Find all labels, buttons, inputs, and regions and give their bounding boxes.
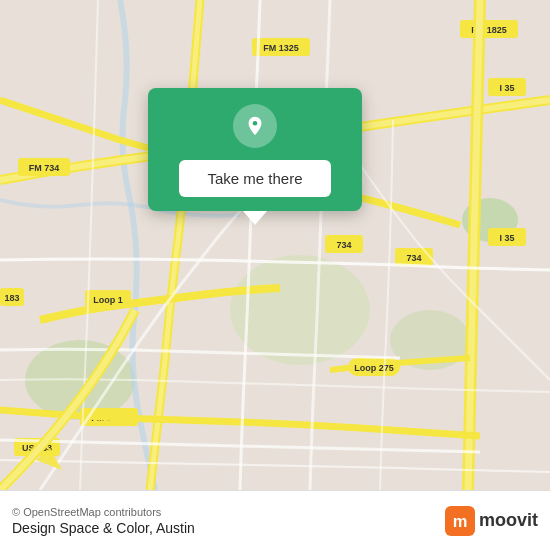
svg-text:734: 734	[406, 253, 421, 263]
location-pin-container	[233, 104, 277, 148]
svg-text:183: 183	[4, 293, 19, 303]
map-svg: FM 734 FM 1325 FM 1825 I 35 I 35 734 FM …	[0, 0, 550, 490]
location-name: Design Space & Color, Austin	[12, 520, 195, 536]
bottom-left: © OpenStreetMap contributors Design Spac…	[12, 506, 195, 536]
osm-credit: © OpenStreetMap contributors	[12, 506, 195, 518]
bottom-bar: © OpenStreetMap contributors Design Spac…	[0, 490, 550, 550]
svg-text:I 35: I 35	[499, 233, 514, 243]
svg-text:Loop 275: Loop 275	[354, 363, 394, 373]
moovit-icon: m	[445, 506, 475, 536]
svg-point-33	[253, 121, 258, 126]
svg-text:FM 1325: FM 1325	[263, 43, 299, 53]
svg-text:734: 734	[336, 240, 351, 250]
map-container: FM 734 FM 1325 FM 1825 I 35 I 35 734 FM …	[0, 0, 550, 490]
moovit-text: moovit	[479, 510, 538, 531]
svg-point-2	[230, 255, 370, 365]
location-pin-icon	[244, 115, 266, 137]
svg-text:FM 734: FM 734	[29, 163, 60, 173]
svg-text:m: m	[453, 512, 468, 530]
popup-tail	[243, 211, 267, 225]
moovit-logo: m moovit	[445, 506, 538, 536]
popup-card: Take me there	[148, 88, 362, 211]
svg-text:I 35: I 35	[499, 83, 514, 93]
svg-text:Loop 1: Loop 1	[93, 295, 123, 305]
take-me-there-button[interactable]: Take me there	[179, 160, 330, 197]
